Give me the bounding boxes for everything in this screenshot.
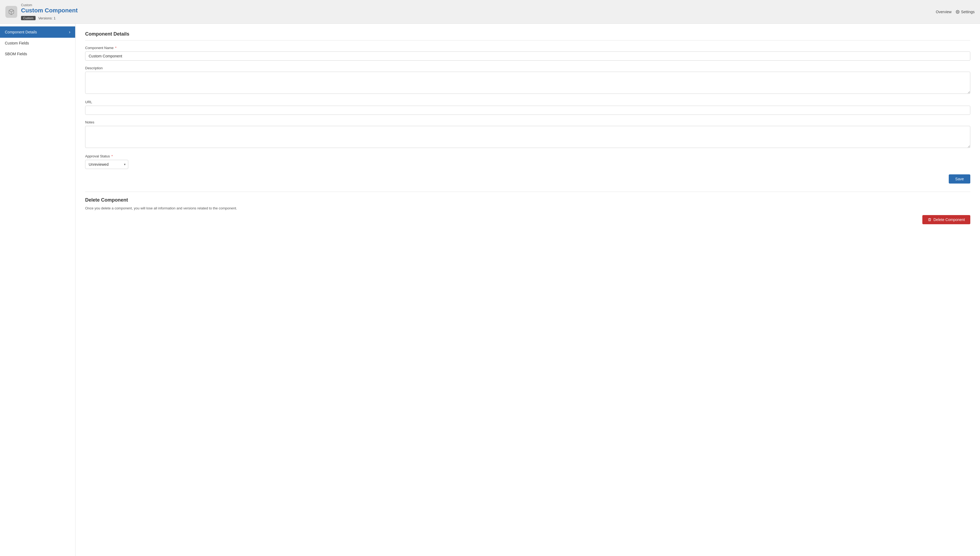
component-type-badge: Custom <box>21 16 36 20</box>
required-indicator: * <box>111 154 113 158</box>
save-button-row: Save <box>85 175 970 184</box>
notes-input[interactable] <box>85 126 970 148</box>
sidebar-item-label: Custom Fields <box>5 41 29 45</box>
url-input[interactable] <box>85 106 970 115</box>
sidebar-item-sbom-fields[interactable]: SBOM Fields <box>0 48 75 59</box>
notes-group: Notes <box>85 120 970 149</box>
component-name-input[interactable] <box>85 52 970 61</box>
approval-status-group: Approval Status * Unreviewed Approved Re… <box>85 154 970 169</box>
approval-status-label: Approval Status * <box>85 154 970 158</box>
required-indicator: * <box>115 46 116 50</box>
app-header: Custom Custom Component Custom Versions:… <box>0 0 980 24</box>
section-title: Component Details <box>85 31 970 40</box>
header-title: Custom Component <box>21 7 77 14</box>
header-title-group: Custom Custom Component Custom Versions:… <box>21 3 77 20</box>
sidebar-item-custom-fields[interactable]: Custom Fields <box>0 38 75 48</box>
overview-link[interactable]: Overview <box>936 10 951 14</box>
notes-label: Notes <box>85 120 970 124</box>
sidebar-item-component-details[interactable]: Component Details › <box>0 26 75 38</box>
trash-icon <box>928 218 932 221</box>
description-label: Description <box>85 66 970 70</box>
settings-label: Settings <box>961 10 975 14</box>
url-group: URL <box>85 100 970 115</box>
url-label: URL <box>85 100 970 104</box>
settings-link[interactable]: Settings <box>956 10 975 14</box>
header-subtitle: Custom <box>21 3 77 7</box>
component-name-group: Component Name * <box>85 46 970 61</box>
main-layout: Component Details › Custom Fields SBOM F… <box>0 24 980 556</box>
header-left: Custom Custom Component Custom Versions:… <box>5 3 77 20</box>
header-nav: Overview Settings <box>936 10 975 14</box>
delete-component-button[interactable]: Delete Component <box>922 215 970 224</box>
svg-point-1 <box>957 11 959 12</box>
component-name-label: Component Name * <box>85 46 970 50</box>
main-content: Component Details Component Name * Descr… <box>76 24 980 556</box>
approval-status-wrapper: Unreviewed Approved Rejected <box>85 160 128 169</box>
approval-status-select[interactable]: Unreviewed Approved Rejected <box>85 160 128 169</box>
chevron-right-icon: › <box>69 30 70 34</box>
sidebar-item-label: Component Details <box>5 30 37 34</box>
delete-description: Once you delete a component, you will lo… <box>85 206 970 210</box>
delete-section: Delete Component Once you delete a compo… <box>85 192 970 224</box>
description-group: Description <box>85 66 970 95</box>
sidebar-item-label: SBOM Fields <box>5 52 27 56</box>
description-input[interactable] <box>85 72 970 94</box>
save-button[interactable]: Save <box>949 175 970 184</box>
app-icon <box>5 6 17 18</box>
versions-label: Versions: 1 <box>38 16 55 20</box>
gear-icon <box>956 10 959 14</box>
sidebar: Component Details › Custom Fields SBOM F… <box>0 24 76 556</box>
delete-button-row: Delete Component <box>85 215 970 224</box>
delete-section-title: Delete Component <box>85 197 970 203</box>
